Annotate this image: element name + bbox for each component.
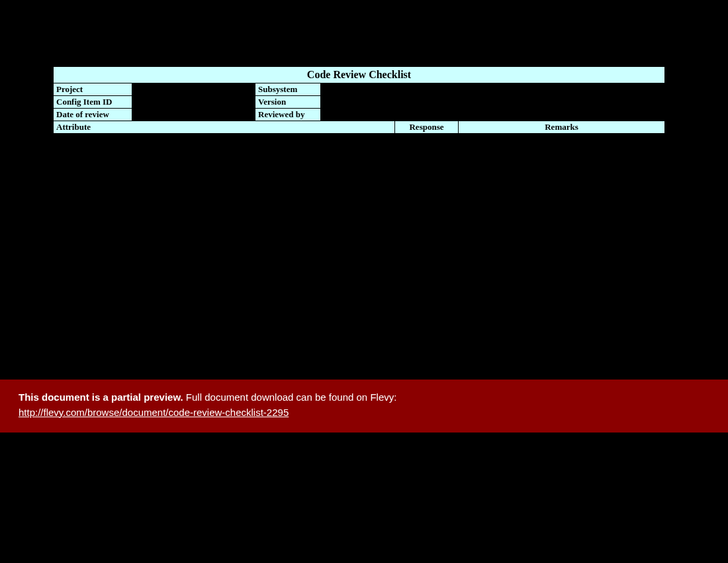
project-value xyxy=(132,83,255,96)
meta-row-3: Date of review Reviewed by xyxy=(53,109,665,121)
project-label: Project xyxy=(53,83,132,96)
col-remarks: Remarks xyxy=(459,121,665,134)
banner-rest-text: Full document download can be found on F… xyxy=(183,391,397,403)
config-value xyxy=(132,96,255,109)
version-label: Version xyxy=(255,96,321,109)
sheet-title: Code Review Checklist xyxy=(53,66,665,83)
column-header-row: Attribute Response Remarks xyxy=(53,121,665,134)
date-label: Date of review xyxy=(53,109,132,121)
col-response: Response xyxy=(395,121,459,134)
preview-banner: This document is a partial preview. Full… xyxy=(0,380,728,433)
reviewed-value xyxy=(321,109,395,121)
checklist-sheet: Code Review Checklist Project Subsystem … xyxy=(53,66,665,134)
col-attribute: Attribute xyxy=(53,121,395,134)
reviewed-label: Reviewed by xyxy=(255,109,321,121)
banner-link[interactable]: http://flevy.com/browse/document/code-re… xyxy=(19,407,289,418)
version-value xyxy=(321,96,395,109)
meta-row-2: Config Item ID Version xyxy=(53,96,665,109)
config-label: Config Item ID xyxy=(53,96,132,109)
date-value xyxy=(132,109,255,121)
subsystem-value xyxy=(321,83,395,96)
banner-bold-text: This document is a partial preview. xyxy=(19,391,183,403)
meta-row-1: Project Subsystem xyxy=(53,83,665,96)
subsystem-label: Subsystem xyxy=(255,83,321,96)
